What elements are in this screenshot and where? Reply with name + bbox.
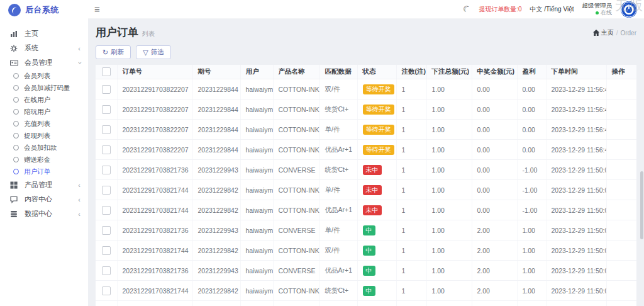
sidebar-item-system[interactable]: 系统‹ [0,41,88,55]
row-checkbox[interactable] [102,85,111,94]
cell-user: haiwaiym [240,120,273,140]
cell-match: 双/件 [319,79,357,99]
brand-name: 后台系统 [25,4,59,16]
cell-match: 统货Ct+ [319,99,357,120]
cell-status: 未中 [357,200,396,220]
sidebar-item-online-users[interactable]: 在线用户 [0,94,88,106]
cell-win: 0.00 [472,99,517,120]
cell-action [606,180,636,200]
radio-circle-icon [13,109,19,115]
cell-total: 1.00 [426,261,472,281]
row-checkbox[interactable] [102,105,111,114]
cell-total: 1.00 [426,140,472,160]
cell-bets: 1 [396,140,426,160]
cell-bets: 1 [396,120,426,140]
cell-profit: 1.00 [517,261,546,281]
cell-time: 2023-12-29 11:56:47 [546,140,606,160]
cell-win: 2.00 [472,241,517,261]
admin-info[interactable]: 超级管理员 在线 [582,2,613,16]
orders-table-card: 订单号期号用户产品名称匹配数据状态注数(注)下注总额(元)中奖金额(元)盈利下单… [96,65,636,306]
sidebar-item-product[interactable]: 产品管理‹ [0,178,88,192]
sidebar-item-member-adjust[interactable]: 会员加扣款 [0,142,88,154]
table-row: 20231229170382173620231229943haiwaiymCON… [96,160,636,180]
sidebar-item-member-coding[interactable]: 会员加减打码量 [0,82,88,94]
select-all-checkbox[interactable] [102,67,111,76]
filter-button[interactable]: ▽ 筛选 [136,45,170,59]
sidebar-item-member[interactable]: 会员管理‹ [0,55,88,70]
sidebar-item-datacenter[interactable]: 数据中心‹ [0,207,88,221]
cell-status: 未中 [357,301,396,306]
cell-match: 统货Ct+ [319,160,357,180]
cell-product: CONVERSE [273,301,319,306]
cell-product: COTTON-INK [273,140,319,160]
status-badge: 未中 [363,165,382,175]
page-head: 用户订单 列表 主页 / Order [96,25,636,40]
brand-logo[interactable]: 后台系统 [0,0,88,20]
cell-win: 0.00 [472,180,517,200]
cell-user: haiwaiym [240,79,273,99]
cell-order-no: 202312291703821736 [117,220,192,241]
sidebar: 后台系统 主页系统‹会员管理‹会员列表会员加减打码量在线用户陪玩用户充值列表提现… [0,0,88,306]
cell-product: COTTON-INK [273,281,319,301]
cell-product: CONVERSE [273,220,319,241]
cell-bets: 1 [396,281,426,301]
sidebar-item-label: 会员加扣款 [24,144,57,152]
row-checkbox[interactable] [102,186,111,195]
sidebar-item-content[interactable]: 内容中心‹ [0,192,88,207]
radio-circle-icon [13,85,19,91]
row-checkbox[interactable] [102,246,111,255]
cell-bets: 1 [396,99,426,120]
sidebar-item-withdraw-list[interactable]: 提现列表 [0,130,88,142]
cell-time: 2023-12-29 11:56:47 [546,120,606,140]
row-checkbox[interactable] [102,286,111,295]
cell-user: haiwaiym [240,241,273,261]
cell-status: 等待开奖 [357,120,396,140]
cell-time: 2023-12-29 11:56:47 [546,79,606,99]
row-checkbox[interactable] [102,125,111,134]
orders-tbody: 20231229170382220720231229844haiwaiymCOT… [96,79,636,306]
row-checkbox[interactable] [102,166,111,174]
cell-status: 等待开奖 [357,99,396,120]
cell-profit: 0.00 [517,99,546,120]
sidebar-item-recharge-list[interactable]: 充值列表 [0,118,88,130]
row-checkbox[interactable] [102,266,111,275]
cell-order-no: 202312291703821744 [117,241,192,261]
breadcrumb-home[interactable]: 主页 [593,28,614,37]
online-status: 在线 [601,9,612,16]
vertical-scrollbar[interactable] [640,171,643,239]
orders-header-row: 订单号期号用户产品名称匹配数据状态注数(注)下注总额(元)中奖金额(元)盈利下单… [96,65,636,79]
refresh-button[interactable]: ↻ 刷新 [96,45,131,59]
cell-order-no: 202312291703821736 [117,160,192,180]
hamburger-icon[interactable]: ≡ [94,4,100,14]
cell-match: 优品Ar+1 [319,140,357,160]
withdraw-notice[interactable]: 提现订单数量:0 [479,5,521,14]
cell-action [606,160,636,180]
radio-circle-icon [13,157,19,162]
row-checkbox[interactable] [102,226,111,235]
cell-time: 2023-12-29 11:50:03 [546,160,606,180]
table-row: 20231229170382220720231229844haiwaiymCOT… [96,99,636,120]
dark-mode-icon[interactable]: ☾ [461,3,472,15]
status-badge: 未中 [363,185,382,195]
sidebar-item-play-users[interactable]: 陪玩用户 [0,106,88,118]
chat-icon [10,196,19,203]
row-checkbox[interactable] [102,206,111,215]
sidebar-item-gift-bonus[interactable]: 赠送彩金 [0,154,88,166]
sidebar-item-member-list[interactable]: 会员列表 [0,70,88,82]
cell-win: 0.00 [472,140,517,160]
avatar[interactable] [620,1,638,18]
language-selector[interactable]: 中文 /Tiếng Việt [530,5,574,14]
sidebar-item-user-orders[interactable]: 用户订单 [0,166,88,178]
cell-profit: 1.00 [517,241,546,261]
row-checkbox[interactable] [102,145,111,154]
radio-circle-icon [13,97,19,103]
cell-order-no: 202312291703822207 [117,99,192,120]
status-badge: 中 [363,246,375,256]
sidebar-item-home[interactable]: 主页 [0,26,88,41]
chevron-left-icon: ‹ [78,210,80,218]
status-badge: 等待开奖 [363,105,394,115]
cell-action [606,79,636,99]
column-header: 期号 [192,65,240,79]
cell-match: 优品Ar+1 [319,200,357,220]
cell-win: 2.00 [472,220,517,241]
